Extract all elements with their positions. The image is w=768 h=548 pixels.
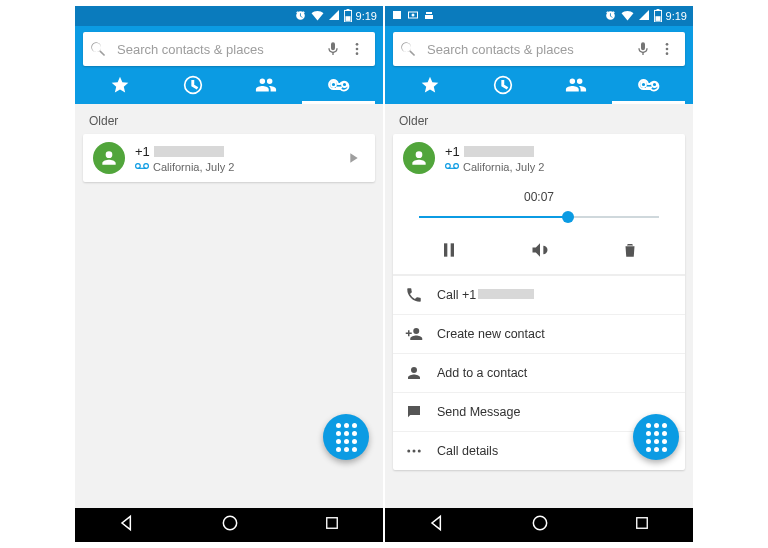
number-redacted: [464, 146, 534, 157]
tab-contacts[interactable]: [229, 66, 302, 104]
svg-point-4: [356, 48, 359, 51]
dialpad-fab[interactable]: [323, 414, 369, 460]
tab-bar: [393, 66, 685, 104]
svg-rect-16: [656, 9, 659, 10]
action-add-contact-label: Add to a contact: [437, 366, 527, 380]
action-create-contact[interactable]: Create new contact: [393, 314, 685, 353]
nav-back-icon[interactable]: [427, 513, 447, 537]
svg-rect-12: [393, 11, 401, 19]
voicemail-list: Older +1 California, July 2: [385, 104, 693, 508]
tab-bar: [83, 66, 375, 104]
voicemail-card[interactable]: +1 California, July 2: [83, 134, 375, 182]
action-add-contact[interactable]: Add to a contact: [393, 353, 685, 392]
number-prefix: +1: [445, 144, 460, 159]
tab-favorites[interactable]: [393, 66, 466, 104]
voicemail-list: Older +1 California, July 2: [75, 104, 383, 508]
tab-favorites[interactable]: [83, 66, 156, 104]
voicemail-subtext: California, July 2: [463, 161, 544, 173]
number-redacted: [154, 146, 224, 157]
seek-bar[interactable]: [419, 208, 659, 226]
svg-point-14: [412, 14, 415, 17]
action-create-contact-label: Create new contact: [437, 327, 545, 341]
nav-recent-icon[interactable]: [633, 514, 651, 536]
svg-point-10: [223, 516, 236, 529]
phone-right: 9:19 Search contacts & places Older: [385, 6, 693, 542]
voicemail-glyph-icon: [135, 161, 149, 173]
battery-icon: [654, 9, 662, 24]
svg-point-27: [407, 450, 410, 453]
action-call-details-label: Call details: [437, 444, 498, 458]
signal-icon: [638, 9, 650, 23]
nav-back-icon[interactable]: [117, 513, 137, 537]
svg-point-7: [136, 163, 141, 168]
voicemail-player: 00:07: [393, 182, 685, 274]
notif-app2-icon: [407, 9, 419, 23]
search-icon: [399, 40, 417, 58]
tab-voicemail[interactable]: [612, 66, 685, 104]
svg-point-20: [666, 52, 669, 55]
clock-text: 9:19: [356, 10, 377, 22]
overflow-icon[interactable]: [655, 41, 679, 57]
play-icon[interactable]: [341, 150, 365, 166]
voicemail-header-row[interactable]: +1 California, July 2: [393, 134, 685, 182]
nav-recent-icon[interactable]: [323, 514, 341, 536]
svg-point-23: [454, 163, 459, 168]
alarm-icon: [604, 9, 617, 24]
voicemail-number: +1: [445, 144, 675, 159]
speaker-button[interactable]: [530, 240, 550, 260]
svg-rect-26: [450, 243, 453, 256]
svg-point-19: [666, 48, 669, 51]
voicemail-info: +1 California, July 2: [125, 144, 341, 173]
delete-button[interactable]: [621, 241, 639, 259]
clock-text: 9:19: [666, 10, 687, 22]
svg-point-5: [356, 52, 359, 55]
search-bar[interactable]: Search contacts & places: [83, 32, 375, 66]
tab-recents[interactable]: [466, 66, 539, 104]
action-send-message-label: Send Message: [437, 405, 520, 419]
tab-voicemail[interactable]: [302, 66, 375, 104]
notif-app3-icon: [423, 9, 435, 23]
search-placeholder: Search contacts & places: [417, 42, 631, 57]
mic-icon[interactable]: [631, 41, 655, 57]
seek-thumb[interactable]: [562, 211, 574, 223]
battery-icon: [344, 9, 352, 24]
seek-fill: [419, 216, 568, 218]
dialpad-icon: [336, 423, 357, 452]
svg-rect-25: [444, 243, 447, 256]
wifi-icon: [311, 9, 324, 24]
svg-rect-17: [655, 16, 660, 21]
section-header: Older: [75, 104, 383, 134]
svg-point-18: [666, 43, 669, 46]
voicemail-info: +1 California, July 2: [435, 144, 675, 173]
voicemail-subtext: California, July 2: [153, 161, 234, 173]
signal-icon: [328, 9, 340, 23]
search-placeholder: Search contacts & places: [107, 42, 321, 57]
svg-point-29: [418, 450, 421, 453]
svg-point-22: [446, 163, 451, 168]
pause-button[interactable]: [439, 240, 459, 260]
nav-home-icon[interactable]: [530, 513, 550, 537]
notif-app-icon: [391, 9, 403, 23]
overflow-icon[interactable]: [345, 41, 369, 57]
android-navbar: [75, 508, 383, 542]
phone-left: 9:19 Search contacts & places Older: [75, 6, 383, 542]
search-icon: [89, 40, 107, 58]
mic-icon[interactable]: [321, 41, 345, 57]
app-header: Search contacts & places: [385, 26, 693, 104]
number-prefix: +1: [135, 144, 150, 159]
svg-rect-31: [637, 518, 648, 529]
wifi-icon: [621, 9, 634, 24]
tab-contacts[interactable]: [539, 66, 612, 104]
search-bar[interactable]: Search contacts & places: [393, 32, 685, 66]
tab-recents[interactable]: [156, 66, 229, 104]
dialpad-fab[interactable]: [633, 414, 679, 460]
section-header: Older: [385, 104, 693, 134]
svg-rect-1: [346, 9, 349, 10]
svg-point-3: [356, 43, 359, 46]
action-call[interactable]: Call +1: [393, 275, 685, 314]
app-header: Search contacts & places: [75, 26, 383, 104]
status-bar: 9:19: [385, 6, 693, 26]
nav-home-icon[interactable]: [220, 513, 240, 537]
status-bar: 9:19: [75, 6, 383, 26]
avatar: [403, 142, 435, 174]
